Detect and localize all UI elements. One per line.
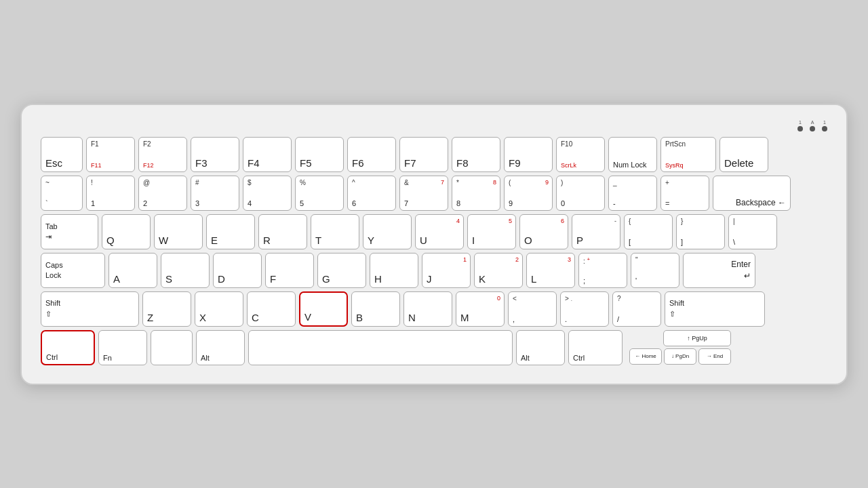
key-pipe[interactable]: | \	[728, 214, 777, 249]
key-4[interactable]: $ 4	[243, 176, 292, 211]
key-f2[interactable]: F2 F12	[138, 137, 187, 172]
key-3[interactable]: # 3	[191, 176, 239, 211]
key-k[interactable]: 2 K	[474, 253, 523, 288]
key-pgdn[interactable]: ↓ PgDn	[664, 348, 696, 365]
key-r[interactable]: R	[258, 214, 307, 249]
key-o[interactable]: 6 O	[519, 214, 568, 249]
key-f9[interactable]: F9	[504, 137, 553, 172]
key-p[interactable]: - P	[572, 214, 620, 249]
key-f4[interactable]: F4	[243, 137, 292, 172]
key-f5[interactable]: F5	[295, 137, 344, 172]
bottom-row: Ctrl Fn Alt Alt Ctrl ↑ PgUp ← Home ↓ PgD…	[41, 330, 827, 365]
key-f3[interactable]: F3	[191, 137, 239, 172]
asdf-row: CapsLock A S D F G H 1 J 2 K 3 L : + ; "…	[41, 253, 827, 288]
key-lbrace[interactable]: { [	[624, 214, 673, 249]
key-y[interactable]: Y	[363, 214, 412, 249]
key-1[interactable]: ! 1	[86, 176, 135, 211]
key-minus[interactable]: _ -	[608, 176, 657, 211]
key-ctrl-left[interactable]: Ctrl	[41, 330, 95, 365]
key-e[interactable]: E	[206, 214, 255, 249]
key-semicolon[interactable]: : + ;	[578, 253, 627, 288]
key-f8[interactable]: F8	[452, 137, 500, 172]
function-row: Esc F1 F11 F2 F12 F3 F4 F5 F6 F7 F8 F9	[41, 137, 827, 172]
led-1: 1	[797, 120, 803, 131]
key-ctrl-right[interactable]: Ctrl	[568, 330, 623, 365]
key-v[interactable]: V	[299, 291, 348, 327]
key-i[interactable]: 5 I	[467, 214, 516, 249]
led-3: 1	[822, 120, 827, 131]
key-home[interactable]: ← Home	[629, 348, 662, 365]
key-esc[interactable]: Esc	[41, 137, 83, 172]
key-5[interactable]: % 5	[295, 176, 344, 211]
key-j[interactable]: 1 J	[422, 253, 471, 288]
key-period[interactable]: > . .	[560, 291, 609, 327]
key-slash[interactable]: ? /	[612, 291, 661, 327]
key-s[interactable]: S	[161, 253, 210, 288]
key-7[interactable]: 7 & 7	[399, 176, 448, 211]
key-z[interactable]: Z	[142, 291, 191, 327]
key-shift-left[interactable]: Shift⇧	[41, 291, 139, 327]
number-row: ~ ` ! 1 @ 2 # 3 $ 4 % 5 ^ 6 7 & 7	[41, 176, 827, 211]
nav-top: ↑ PgUp	[629, 330, 731, 346]
nav-cluster: ↑ PgUp ← Home ↓ PgDn → End	[629, 330, 731, 365]
key-d[interactable]: D	[213, 253, 262, 288]
key-f6[interactable]: F6	[347, 137, 396, 172]
key-6[interactable]: ^ 6	[347, 176, 396, 211]
key-prtscn[interactable]: PrtScn SysRq	[660, 137, 716, 172]
key-g[interactable]: G	[317, 253, 366, 288]
key-numlock[interactable]: Num Lock	[608, 137, 657, 172]
key-2[interactable]: @ 2	[138, 176, 187, 211]
key-l[interactable]: 3 L	[526, 253, 575, 288]
key-9[interactable]: 9 ( 9	[504, 176, 553, 211]
qwerty-row: Tab⇥ Q W E R T Y 4 U 5 I 6 O - P { [ } ]	[41, 214, 827, 249]
key-t[interactable]: T	[311, 214, 359, 249]
key-enter[interactable]: Enter↵	[683, 253, 755, 288]
key-quote[interactable]: " '	[631, 253, 679, 288]
key-f1[interactable]: F1 F11	[86, 137, 135, 172]
key-space[interactable]	[248, 330, 513, 365]
key-comma[interactable]: < ,	[508, 291, 557, 327]
key-backspace[interactable]: Backspace ←	[713, 176, 791, 211]
key-alt-right[interactable]: Alt	[516, 330, 565, 365]
key-tilde[interactable]: ~ `	[41, 176, 83, 211]
zxcv-row: Shift⇧ Z X C V B N 0 M < , > . . ? / Shi…	[41, 291, 827, 327]
key-0[interactable]: ) 0	[556, 176, 605, 211]
key-q[interactable]: Q	[102, 214, 151, 249]
key-m[interactable]: 0 M	[456, 291, 505, 327]
key-f10[interactable]: F10 ScrLk	[556, 137, 605, 172]
key-n[interactable]: N	[403, 291, 452, 327]
key-8[interactable]: 8 * 8	[452, 176, 500, 211]
key-alt-left[interactable]: Alt	[196, 330, 245, 365]
led-a: A	[810, 120, 815, 131]
key-delete[interactable]: Delete	[719, 137, 768, 172]
keyboard: 1 A 1 Esc F1 F11 F2 F12 F3 F4	[20, 104, 848, 385]
key-equals[interactable]: + =	[660, 176, 709, 211]
key-u[interactable]: 4 U	[415, 214, 464, 249]
key-x[interactable]: X	[195, 291, 243, 327]
key-h[interactable]: H	[370, 253, 418, 288]
key-c[interactable]: C	[247, 291, 296, 327]
key-shift-right[interactable]: Shift⇧	[665, 291, 765, 327]
nav-bottom: ← Home ↓ PgDn → End	[629, 348, 731, 365]
key-a[interactable]: A	[108, 253, 157, 288]
key-rbrace[interactable]: } ]	[676, 214, 725, 249]
key-tab[interactable]: Tab⇥	[41, 214, 98, 249]
key-b[interactable]: B	[351, 291, 400, 327]
key-w[interactable]: W	[154, 214, 203, 249]
key-f7[interactable]: F7	[399, 137, 448, 172]
key-win[interactable]	[151, 330, 193, 365]
key-fn[interactable]: Fn	[98, 330, 147, 365]
key-end[interactable]: → End	[698, 348, 731, 365]
key-pgup[interactable]: ↑ PgUp	[663, 330, 731, 346]
key-f[interactable]: F	[265, 253, 314, 288]
key-capslock[interactable]: CapsLock	[41, 253, 105, 288]
led-area: 1 A 1	[41, 120, 827, 131]
